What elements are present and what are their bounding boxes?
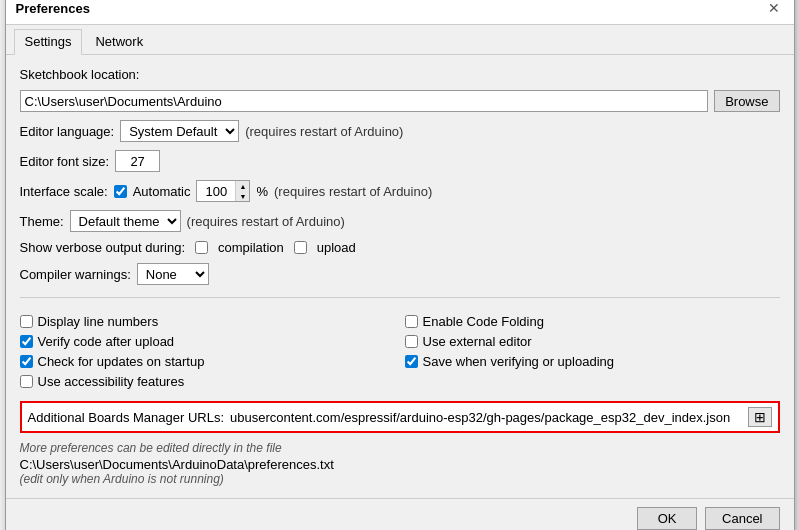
dialog-title: Preferences xyxy=(16,1,90,16)
additional-urls-row: Additional Boards Manager URLs: ⊞ xyxy=(20,401,780,433)
footer: OK Cancel xyxy=(6,498,794,530)
divider xyxy=(20,297,780,298)
upload-label: upload xyxy=(317,240,356,255)
accessibility-label: Use accessibility features xyxy=(38,374,185,389)
accessibility-item: Use accessibility features xyxy=(20,374,395,389)
theme-row: Theme: Default themeLightDark (requires … xyxy=(20,210,780,232)
editor-language-select[interactable]: System DefaultEnglish xyxy=(120,120,239,142)
compiler-warnings-label: Compiler warnings: xyxy=(20,267,131,282)
title-bar: Preferences ✕ xyxy=(6,0,794,25)
prefs-file-path: C:\Users\user\Documents\ArduinoData\pref… xyxy=(20,457,780,472)
editor-language-note: (requires restart of Arduino) xyxy=(245,124,403,139)
auto-label: Automatic xyxy=(133,184,191,199)
checkboxes-grid: Display line numbers Enable Code Folding… xyxy=(20,314,780,389)
preferences-dialog: Preferences ✕ Settings Network Sketchboo… xyxy=(5,0,795,530)
external-editor-label: Use external editor xyxy=(423,334,532,349)
display-line-numbers-item: Display line numbers xyxy=(20,314,395,329)
interface-scale-row: Interface scale: Automatic ▲ ▼ % (requir… xyxy=(20,180,780,202)
edit-note: (edit only when Arduino is not running) xyxy=(20,472,780,486)
more-prefs-section: More preferences can be edited directly … xyxy=(20,441,780,486)
settings-content: Sketchbook location: Browse Editor langu… xyxy=(6,55,794,498)
auto-checkbox[interactable] xyxy=(114,185,127,198)
upload-checkbox[interactable] xyxy=(294,241,307,254)
tab-settings[interactable]: Settings xyxy=(14,29,83,55)
additional-urls-label: Additional Boards Manager URLs: xyxy=(28,410,225,425)
editor-language-label: Editor language: xyxy=(20,124,115,139)
browse-button[interactable]: Browse xyxy=(714,90,779,112)
external-editor-item: Use external editor xyxy=(405,334,780,349)
external-editor-checkbox[interactable] xyxy=(405,335,418,348)
verify-code-checkbox[interactable] xyxy=(20,335,33,348)
more-prefs-note: More preferences can be edited directly … xyxy=(20,441,780,455)
sketchbook-input[interactable] xyxy=(20,90,709,112)
tab-bar: Settings Network xyxy=(6,25,794,55)
sketchbook-label: Sketchbook location: xyxy=(20,67,140,82)
code-folding-checkbox[interactable] xyxy=(405,315,418,328)
editor-language-row: Editor language: System DefaultEnglish (… xyxy=(20,120,780,142)
verify-code-label: Verify code after upload xyxy=(38,334,175,349)
compiler-warnings-row: Compiler warnings: NoneDefaultMoreAll xyxy=(20,263,780,285)
additional-urls-icon-btn[interactable]: ⊞ xyxy=(748,407,772,427)
theme-select[interactable]: Default themeLightDark xyxy=(70,210,181,232)
font-size-input[interactable] xyxy=(115,150,160,172)
save-verifying-item: Save when verifying or uploading xyxy=(405,354,780,369)
editor-font-label: Editor font size: xyxy=(20,154,110,169)
save-verifying-label: Save when verifying or uploading xyxy=(423,354,615,369)
scale-input[interactable] xyxy=(197,181,235,201)
display-line-numbers-checkbox[interactable] xyxy=(20,315,33,328)
scale-note: (requires restart of Arduino) xyxy=(274,184,432,199)
check-updates-checkbox[interactable] xyxy=(20,355,33,368)
sketchbook-path-row: Browse xyxy=(20,90,780,112)
scale-down-btn[interactable]: ▼ xyxy=(236,191,249,201)
sketchbook-row: Sketchbook location: xyxy=(20,67,780,82)
check-updates-item: Check for updates on startup xyxy=(20,354,395,369)
compiler-warnings-select[interactable]: NoneDefaultMoreAll xyxy=(137,263,209,285)
display-line-numbers-label: Display line numbers xyxy=(38,314,159,329)
cancel-button[interactable]: Cancel xyxy=(705,507,779,530)
accessibility-checkbox[interactable] xyxy=(20,375,33,388)
scale-up-btn[interactable]: ▲ xyxy=(236,181,249,191)
theme-label: Theme: xyxy=(20,214,64,229)
check-updates-label: Check for updates on startup xyxy=(38,354,205,369)
compilation-checkbox[interactable] xyxy=(195,241,208,254)
verbose-row: Show verbose output during: compilation … xyxy=(20,240,780,255)
ok-button[interactable]: OK xyxy=(637,507,697,530)
theme-note: (requires restart of Arduino) xyxy=(187,214,345,229)
verbose-label: Show verbose output during: xyxy=(20,240,186,255)
tab-network[interactable]: Network xyxy=(84,29,154,54)
verify-code-item: Verify code after upload xyxy=(20,334,395,349)
interface-scale-label: Interface scale: xyxy=(20,184,108,199)
scale-input-wrap: ▲ ▼ xyxy=(196,180,250,202)
save-verifying-checkbox[interactable] xyxy=(405,355,418,368)
scale-unit: % xyxy=(256,184,268,199)
editor-font-row: Editor font size: xyxy=(20,150,780,172)
close-button[interactable]: ✕ xyxy=(764,0,784,18)
additional-urls-input[interactable] xyxy=(230,410,741,425)
code-folding-item: Enable Code Folding xyxy=(405,314,780,329)
code-folding-label: Enable Code Folding xyxy=(423,314,544,329)
compilation-label: compilation xyxy=(218,240,284,255)
